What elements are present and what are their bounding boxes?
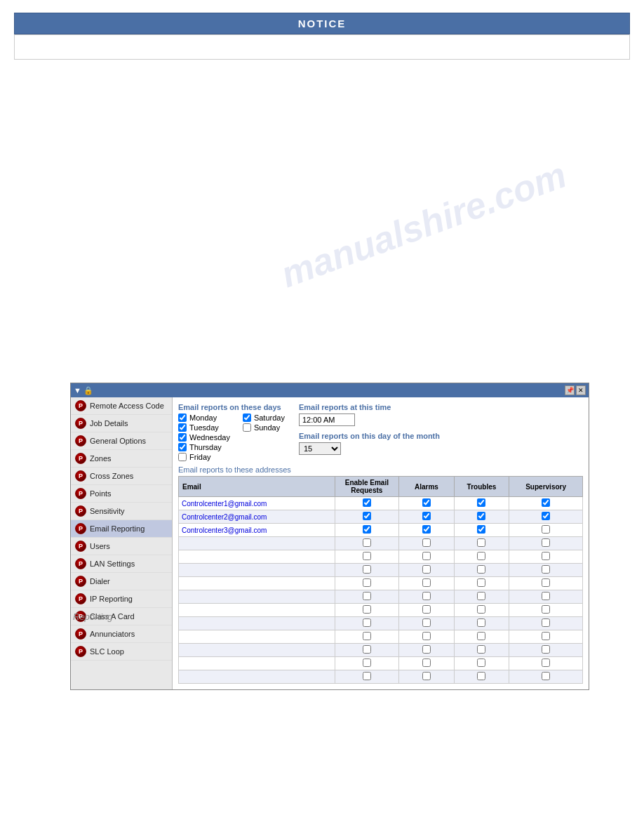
enable-checkbox-9[interactable] (363, 618, 371, 627)
alarms-checkbox-6[interactable] (422, 578, 431, 587)
tuesday-checkbox[interactable] (178, 423, 187, 432)
wednesday-checkbox-row[interactable]: Wednesday (178, 433, 230, 442)
saturday-checkbox[interactable] (243, 413, 251, 422)
sunday-checkbox[interactable] (243, 423, 251, 432)
alarms-checkbox-2[interactable] (422, 525, 431, 534)
saturday-label: Saturday (254, 413, 285, 422)
thursday-checkbox-row[interactable]: Thursday (178, 443, 230, 451)
friday-label: Friday (189, 453, 211, 461)
alarms-checkbox-3[interactable] (422, 538, 431, 547)
day-of-month-select[interactable]: 15 1234 5678 9101112 13141617 181920 (299, 442, 341, 455)
troubles-checkbox-9[interactable] (477, 618, 485, 627)
sidebar-item-annunciators[interactable]: Annunciators (71, 626, 172, 643)
troubles-checkbox-4[interactable] (477, 552, 485, 560)
troubles-cell-11 (454, 644, 509, 657)
sidebar-item-slc-loop[interactable]: SLC Loop (71, 643, 172, 661)
enable-checkbox-1[interactable] (363, 512, 371, 520)
troubles-checkbox-12[interactable] (477, 658, 485, 667)
close-button[interactable]: ✕ (576, 385, 586, 395)
supervisory-checkbox-10[interactable] (542, 632, 550, 640)
supervisory-checkbox-7[interactable] (542, 592, 550, 600)
troubles-checkbox-11[interactable] (477, 645, 485, 654)
enable-checkbox-13[interactable] (363, 672, 371, 680)
sidebar-item-ip-reporting[interactable]: IP Reporting (71, 590, 172, 608)
tuesday-checkbox-row[interactable]: Tuesday (178, 423, 230, 432)
alarms-checkbox-1[interactable] (422, 512, 431, 520)
enable-checkbox-2[interactable] (363, 525, 371, 534)
friday-checkbox[interactable] (178, 453, 187, 461)
sidebar-icon-cross-zones (75, 470, 86, 482)
troubles-checkbox-6[interactable] (477, 578, 485, 587)
sidebar-item-general-options[interactable]: General Options (71, 432, 172, 450)
enable-checkbox-4[interactable] (363, 552, 371, 560)
troubles-checkbox-2[interactable] (477, 525, 485, 534)
enable-checkbox-0[interactable] (363, 498, 371, 507)
troubles-checkbox-0[interactable] (477, 498, 485, 507)
sidebar: Remote Access Code Job Details General O… (71, 397, 173, 689)
pin-button[interactable]: 📌 (565, 385, 575, 395)
troubles-checkbox-13[interactable] (477, 672, 485, 680)
alarms-checkbox-5[interactable] (422, 565, 431, 574)
sidebar-item-sensitivity[interactable]: Sensitivity (71, 503, 172, 520)
sidebar-item-points[interactable]: Points (71, 485, 172, 503)
alarms-checkbox-8[interactable] (422, 605, 431, 614)
supervisory-checkbox-6[interactable] (542, 578, 550, 587)
wednesday-checkbox[interactable] (178, 433, 187, 442)
sidebar-item-users[interactable]: Users (71, 538, 172, 555)
supervisory-checkbox-9[interactable] (542, 618, 550, 627)
alarms-checkbox-7[interactable] (422, 592, 431, 600)
notice-title: NOTICE (298, 18, 347, 29)
friday-checkbox-row[interactable]: Friday (178, 453, 230, 461)
enable-checkbox-7[interactable] (363, 592, 371, 600)
enable-checkbox-5[interactable] (363, 565, 371, 574)
col-alarms: Alarms (399, 477, 455, 497)
supervisory-cell-3 (509, 537, 583, 550)
enable-checkbox-10[interactable] (363, 632, 371, 640)
enable-checkbox-6[interactable] (363, 578, 371, 587)
supervisory-checkbox-0[interactable] (542, 498, 550, 507)
email-time-input[interactable] (299, 413, 355, 426)
supervisory-checkbox-3[interactable] (542, 538, 550, 547)
enable-checkbox-12[interactable] (363, 658, 371, 667)
troubles-checkbox-1[interactable] (477, 512, 485, 520)
sidebar-item-job-details[interactable]: Job Details (71, 415, 172, 432)
supervisory-checkbox-2[interactable] (542, 525, 550, 534)
alarms-checkbox-10[interactable] (422, 632, 431, 640)
alarms-checkbox-13[interactable] (422, 672, 431, 680)
monday-checkbox[interactable] (178, 413, 187, 422)
alarms-checkbox-0[interactable] (422, 498, 431, 507)
troubles-checkbox-5[interactable] (477, 565, 485, 574)
sidebar-item-zones[interactable]: Zones (71, 450, 172, 468)
alarms-checkbox-9[interactable] (422, 618, 431, 627)
alarms-checkbox-11[interactable] (422, 645, 431, 654)
supervisory-checkbox-5[interactable] (542, 565, 550, 574)
troubles-checkbox-7[interactable] (477, 592, 485, 600)
supervisory-checkbox-11[interactable] (542, 645, 550, 654)
alarms-checkbox-4[interactable] (422, 552, 431, 560)
supervisory-checkbox-8[interactable] (542, 605, 550, 614)
supervisory-checkbox-13[interactable] (542, 672, 550, 680)
supervisory-checkbox-1[interactable] (542, 512, 550, 520)
alarms-checkbox-12[interactable] (422, 658, 431, 667)
supervisory-checkbox-4[interactable] (542, 552, 550, 560)
troubles-checkbox-3[interactable] (477, 538, 485, 547)
troubles-checkbox-10[interactable] (477, 632, 485, 640)
thursday-checkbox[interactable] (178, 443, 187, 451)
sidebar-item-remote-access-code[interactable]: Remote Access Code (71, 397, 172, 415)
sunday-checkbox-row[interactable]: Sunday (243, 423, 285, 432)
sidebar-label-annunciators: Annunciators (90, 630, 135, 638)
sidebar-item-lan-settings[interactable]: LAN Settings (71, 555, 172, 573)
sidebar-item-dialer[interactable]: Dialer (71, 573, 172, 590)
monday-checkbox-row[interactable]: Monday (178, 413, 230, 422)
sidebar-icon-lan-settings (75, 558, 86, 569)
sidebar-item-cross-zones[interactable]: Cross Zones (71, 468, 172, 485)
sidebar-icon-ip-reporting (75, 593, 86, 604)
enable-checkbox-3[interactable] (363, 538, 371, 547)
enable-cell-12 (335, 657, 399, 670)
enable-checkbox-8[interactable] (363, 605, 371, 614)
supervisory-checkbox-12[interactable] (542, 658, 550, 667)
sidebar-item-email-reporting[interactable]: Email Reporting (71, 520, 172, 538)
enable-checkbox-11[interactable] (363, 645, 371, 654)
troubles-checkbox-8[interactable] (477, 605, 485, 614)
saturday-checkbox-row[interactable]: Saturday (243, 413, 285, 422)
